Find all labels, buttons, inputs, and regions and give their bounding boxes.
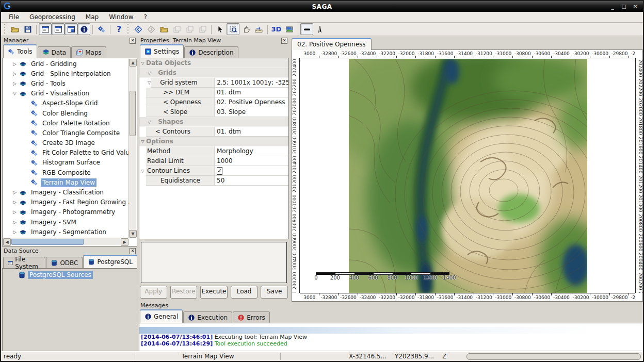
maximize-button[interactable]: □ <box>620 4 627 9</box>
tree-item-color-triangle-composite[interactable]: Color Triangle Composite <box>3 128 128 138</box>
tab-settings[interactable]: Settings <box>140 44 184 58</box>
tab-data[interactable]: Data <box>38 46 71 58</box>
tree-item-grid-gridding[interactable]: ▷Grid - Gridding <box>3 59 128 69</box>
map-toolbar-grip[interactable] <box>127 24 130 35</box>
menu-window[interactable]: Window <box>104 12 138 22</box>
tree-item-create-3d-image[interactable]: Create 3D Image <box>3 138 128 148</box>
group-data-objects[interactable]: ▽Data Objects <box>139 58 288 68</box>
measure-tool-button[interactable] <box>252 23 265 35</box>
postgresql-sources-item[interactable]: PostgreSQL Sources <box>18 271 137 279</box>
north-arrow-toggle[interactable] <box>313 23 326 35</box>
tree-item-histogram-surface[interactable]: Histogram Surface <box>3 158 128 168</box>
zoom-tool-button[interactable] <box>227 23 239 35</box>
tools-button[interactable] <box>95 23 108 35</box>
row-equidistance[interactable]: Equidistance50 <box>139 176 288 186</box>
tab-odbc[interactable]: ODBC <box>46 257 83 268</box>
data-source-close-icon[interactable]: ✕ <box>130 248 136 254</box>
row-dem[interactable]: >> DEM01. dtm <box>139 88 288 97</box>
zoom-last-button[interactable] <box>132 23 144 35</box>
scroll-up-icon[interactable]: ▲ <box>129 59 137 67</box>
tree-item-imagery-svm[interactable]: ▷Imagery - SVM <box>3 217 128 227</box>
tree-item-rgb-composite[interactable]: RGB Composite <box>3 168 128 177</box>
contour-lines-checkbox[interactable]: ✓ <box>217 167 222 175</box>
show-data-source-toggle[interactable] <box>65 23 77 35</box>
selected-log-line[interactable] <box>139 327 643 334</box>
ruler-label: -29600 <box>629 50 635 58</box>
row-openness[interactable]: < Openness02. Positive Openness <box>139 97 288 107</box>
tab-execution[interactable]: Execution <box>183 311 232 323</box>
tab-file-system[interactable]: File System <box>3 257 45 268</box>
menu-help[interactable]: ? <box>139 12 151 22</box>
toolbar-grip[interactable] <box>4 24 7 35</box>
tab-errors[interactable]: Errors <box>233 311 270 323</box>
vertical-scroll-thumb[interactable] <box>130 91 136 136</box>
tree-vertical-scrollbar[interactable]: ▲ ▼ <box>128 59 136 238</box>
properties-close-icon[interactable]: ✕ <box>281 38 287 44</box>
row-radial-limit[interactable]: Radial Limit1000 <box>139 156 288 166</box>
save-map-button[interactable] <box>170 23 183 35</box>
tree-horizontal-scrollbar[interactable]: ◀ ▶ <box>3 238 128 245</box>
zoom-next-button[interactable] <box>144 23 157 35</box>
tree-item-terrain-map-view[interactable]: Terrain Map View <box>3 177 128 187</box>
open-map-settings-button[interactable] <box>157 23 170 35</box>
tab-description[interactable]: Description <box>184 46 238 58</box>
show-properties-toggle[interactable] <box>52 23 65 35</box>
scroll-down-icon[interactable]: ▼ <box>129 230 137 238</box>
show-messages-toggle[interactable] <box>77 23 90 35</box>
row-contour-lines[interactable]: ▽Contour Lines✓ <box>139 166 288 176</box>
tree-item-color-palette-rotation[interactable]: Color Palette Rotation <box>3 118 128 128</box>
open-button[interactable] <box>8 23 21 35</box>
help-button[interactable]: ? <box>112 23 125 35</box>
tab-tools[interactable]: Tools <box>3 44 37 58</box>
row-method[interactable]: MethodMorphology <box>139 146 288 156</box>
tree-item-grid-spline[interactable]: ▷Grid - Spline Interpolation <box>3 69 128 78</box>
tab-maps[interactable]: Maps <box>71 46 106 58</box>
pan-tool-button[interactable] <box>239 23 252 35</box>
map-canvas[interactable]: 0200400600800100012001400 <box>300 59 635 293</box>
minimize-button[interactable]: _ <box>609 4 616 9</box>
messages-log[interactable]: [2014-06-07/13:46:01] Executing tool: Te… <box>139 323 644 351</box>
scroll-left-icon[interactable]: ◀ <box>3 238 11 246</box>
save-button[interactable] <box>21 23 34 35</box>
tree-item-color-blending[interactable]: Color Blending <box>3 108 128 118</box>
ruler-right: 2024002022002020002018002016002014002012… <box>635 58 642 293</box>
show-manager-toggle[interactable] <box>39 23 52 35</box>
view-3d-button[interactable]: 3D <box>270 23 283 35</box>
save-as-image-button[interactable] <box>283 23 296 35</box>
papers-check-icon <box>186 25 194 34</box>
manager-close-icon[interactable]: ✕ <box>130 38 136 44</box>
tree-item-imagery-fast-region-growing[interactable]: ▷Imagery - Fast Region Growing Algorithm <box>3 198 128 207</box>
tab-postgresql[interactable]: PostgreSQL <box>83 255 137 268</box>
pointer-tool-button[interactable] <box>214 23 227 35</box>
tree-item-imagery-photogrammetry[interactable]: ▷Imagery - Photogrammetry <box>3 207 128 217</box>
tree-item-aspect-slope-grid[interactable]: Aspect-Slope Grid <box>3 98 128 108</box>
scroll-right-icon[interactable]: ▶ <box>121 238 128 246</box>
scalebar-toggle[interactable] <box>300 23 313 35</box>
horizontal-scroll-thumb[interactable] <box>11 239 84 245</box>
menu-file[interactable]: File <box>4 12 24 22</box>
menu-map[interactable]: Map <box>81 12 103 22</box>
tab-general[interactable]: General <box>140 309 183 323</box>
group-options[interactable]: ▽Options <box>139 137 288 146</box>
row-grid-system[interactable]: ▽Grid system2.5; 1001x 1001y; -32500 <box>139 78 288 88</box>
map-tab[interactable]: 02. Positive Openness <box>292 38 372 50</box>
copy-map-button[interactable] <box>196 23 209 35</box>
tree-item-imagery-classification[interactable]: ▷Imagery - Classification <box>3 187 128 197</box>
row-contours[interactable]: < Contours01. dtm <box>139 127 288 137</box>
tree-item-imagery-segmentation[interactable]: ▷Imagery - Segmentation <box>3 227 128 237</box>
title-bar[interactable]: SAGA _ □ ✕ <box>1 1 643 12</box>
tree-item-grid-visualisation[interactable]: ▽Grid - Visualisation <box>3 89 128 98</box>
apply-button[interactable]: Apply <box>140 286 167 299</box>
group-shapes[interactable]: ▽Shapes <box>139 117 288 127</box>
menu-geoprocessing[interactable]: Geoprocessing <box>25 12 80 22</box>
tree-item-fit-color-palette[interactable]: Fit Color Palette to Grid Values <box>3 148 128 158</box>
load-button[interactable]: Load <box>231 286 258 299</box>
execute-button[interactable]: Execute <box>200 286 228 299</box>
apply-map-button[interactable] <box>183 23 196 35</box>
close-button[interactable]: ✕ <box>632 4 639 9</box>
restore-button[interactable]: Restore <box>170 286 198 299</box>
save-parameters-button[interactable]: Save <box>261 286 288 299</box>
group-grids[interactable]: ▽Grids <box>139 68 288 78</box>
tree-item-grid-tools[interactable]: ▷Grid - Tools <box>3 78 128 88</box>
row-slope[interactable]: < Slope03. Slope <box>139 107 288 117</box>
